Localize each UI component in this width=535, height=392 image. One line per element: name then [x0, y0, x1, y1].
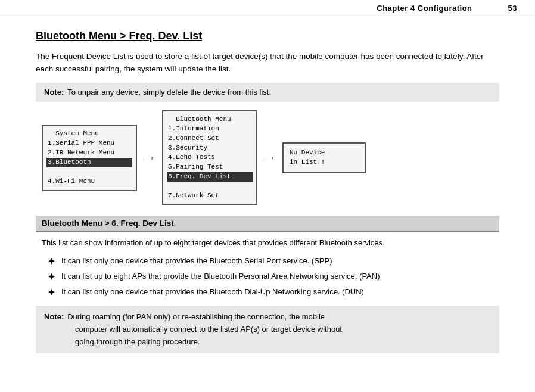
arrow1: → — [143, 150, 156, 166]
screen3-text: No Device in List!! — [290, 149, 325, 166]
note2-label: Note: — [44, 312, 64, 321]
note1-text: To unpair any device, simply delete the … — [67, 88, 271, 97]
screen2: Bluetooth Menu 1.Information 2.Connect S… — [162, 110, 257, 205]
note2-line3: going through the pairing procedure. — [44, 336, 491, 349]
subsection-title: Bluetooth Menu > 6. Freq. Dev List — [36, 216, 499, 232]
main-title: Bluetooth Menu > Freq. Dev. List — [36, 30, 499, 42]
screen2-top: Bluetooth Menu 1.Information 2.Connect S… — [168, 116, 231, 170]
list-item: ✦ It can list only one device that provi… — [48, 255, 499, 267]
note2-line1: During roaming (for PAN only) or re-esta… — [67, 312, 325, 321]
page-header: Chapter 4 Configuration 53 — [0, 0, 535, 15]
content-area: Bluetooth Menu > Freq. Dev. List The Fre… — [0, 15, 535, 363]
bullet-text-2: It can list up to eight APs that provide… — [61, 270, 380, 282]
header-chapter-label: Chapter 4 Configuration — [377, 4, 472, 13]
page-container: Chapter 4 Configuration 53 Bluetooth Men… — [0, 0, 535, 392]
screen1: System Menu 1.Serial PPP Menu 2.IR Netwo… — [42, 125, 137, 191]
screenshots-row: System Menu 1.Serial PPP Menu 2.IR Netwo… — [42, 110, 499, 205]
note1-label: Note: — [44, 88, 64, 97]
screen1-line4: 4.Wi-Fi Menu — [48, 178, 95, 185]
header-page-number: 53 — [508, 4, 517, 13]
screen2-bottom: 7.Network Set — [168, 192, 219, 199]
note2-box: Note:During roaming (for PAN only) or re… — [36, 306, 499, 353]
screen3: No Device in List!! — [282, 142, 366, 173]
bullet-symbol-1: ✦ — [48, 255, 55, 267]
subsection-body-text: This list can show information of up to … — [42, 238, 385, 247]
list-item: ✦ It can list up to eight APs that provi… — [48, 270, 499, 283]
bullet-text-3: It can list only one device that provide… — [61, 286, 364, 298]
note1-box: Note:To unpair any device, simply delete… — [36, 83, 499, 102]
bullet-text-1: It can list only one device that provide… — [61, 255, 332, 267]
bullet-list: ✦ It can list only one device that provi… — [36, 255, 499, 298]
screen2-highlight: 6.Freq. Dev List — [167, 172, 253, 182]
description-paragraph: The Frequent Device List is used to stor… — [36, 51, 499, 76]
bullet-symbol-2: ✦ — [48, 270, 55, 283]
list-item: ✦ It can list only one device that provi… — [48, 286, 499, 298]
note2-line2: computer will automatically connect to t… — [44, 323, 491, 336]
subsection-body: This list can show information of up to … — [36, 232, 499, 251]
screen1-highlight: 3.Bluetooth — [46, 158, 132, 167]
arrow2: → — [263, 150, 276, 166]
screen1-line0: System Menu 1.Serial PPP Menu 2.IR Netwo… — [48, 130, 114, 156]
bullet-symbol-3: ✦ — [48, 286, 55, 298]
